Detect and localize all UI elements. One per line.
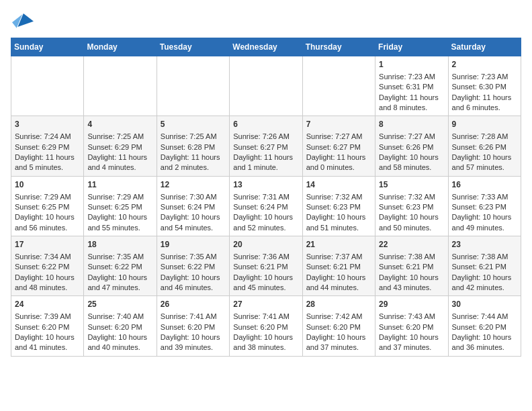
day-content: Sunset: 6:21 PM xyxy=(452,262,517,272)
calendar-cell: 19Sunrise: 7:35 AMSunset: 6:22 PMDayligh… xyxy=(157,236,229,296)
day-number: 26 xyxy=(161,299,226,310)
day-content: Sunset: 6:22 PM xyxy=(15,262,80,272)
calendar-cell: 11Sunrise: 7:29 AMSunset: 6:25 PMDayligh… xyxy=(84,176,157,236)
calendar-cell xyxy=(302,56,375,116)
svg-marker-0 xyxy=(17,13,34,27)
weekday-header: Saturday xyxy=(448,38,521,56)
day-content: Daylight: 10 hours and 56 minutes. xyxy=(15,212,80,233)
day-number: 2 xyxy=(452,59,517,71)
day-content: Sunrise: 7:43 AM xyxy=(379,312,444,322)
logo xyxy=(11,11,35,30)
day-content: Daylight: 11 hours and 2 minutes. xyxy=(161,152,226,173)
calendar-cell: 21Sunrise: 7:37 AMSunset: 6:21 PMDayligh… xyxy=(302,236,375,296)
day-content: Daylight: 11 hours and 4 minutes. xyxy=(87,152,152,173)
calendar-cell xyxy=(230,56,302,116)
day-content: Sunset: 6:28 PM xyxy=(161,142,226,152)
day-content: Sunset: 6:26 PM xyxy=(379,142,444,152)
day-number: 9 xyxy=(452,119,517,130)
day-number: 20 xyxy=(233,239,298,250)
calendar-cell: 7Sunrise: 7:27 AMSunset: 6:27 PMDaylight… xyxy=(302,116,375,176)
day-number: 1 xyxy=(379,59,444,71)
calendar-cell: 24Sunrise: 7:39 AMSunset: 6:20 PMDayligh… xyxy=(11,296,84,356)
day-number: 4 xyxy=(87,119,152,130)
day-content: Sunset: 6:21 PM xyxy=(306,262,371,272)
day-content: Daylight: 10 hours and 48 minutes. xyxy=(15,273,80,293)
day-content: Sunset: 6:22 PM xyxy=(161,262,226,272)
day-content: Daylight: 10 hours and 55 minutes. xyxy=(87,212,152,233)
day-number: 28 xyxy=(306,299,371,310)
calendar-cell: 28Sunrise: 7:42 AMSunset: 6:20 PMDayligh… xyxy=(302,296,375,356)
day-content: Sunset: 6:29 PM xyxy=(15,142,80,152)
calendar-cell: 13Sunrise: 7:31 AMSunset: 6:24 PMDayligh… xyxy=(230,176,302,236)
day-content: Sunrise: 7:25 AM xyxy=(161,132,226,142)
day-content: Sunrise: 7:35 AM xyxy=(161,252,226,262)
day-content: Daylight: 10 hours and 52 minutes. xyxy=(233,212,298,233)
day-content: Sunrise: 7:38 AM xyxy=(379,252,444,262)
day-content: Sunrise: 7:25 AM xyxy=(87,132,152,142)
day-content: Daylight: 10 hours and 37 minutes. xyxy=(306,332,371,353)
calendar-cell: 2Sunrise: 7:23 AMSunset: 6:30 PMDaylight… xyxy=(448,56,521,116)
day-content: Daylight: 10 hours and 39 minutes. xyxy=(161,332,226,353)
day-number: 24 xyxy=(15,299,80,310)
day-content: Sunrise: 7:37 AM xyxy=(306,252,371,262)
day-content: Sunrise: 7:44 AM xyxy=(452,312,517,322)
day-content: Sunset: 6:31 PM xyxy=(379,82,444,92)
day-content: Sunset: 6:20 PM xyxy=(87,322,152,332)
day-content: Daylight: 11 hours and 6 minutes. xyxy=(452,93,517,113)
day-content: Daylight: 11 hours and 8 minutes. xyxy=(379,93,444,113)
calendar-cell: 12Sunrise: 7:30 AMSunset: 6:24 PMDayligh… xyxy=(157,176,229,236)
day-content: Sunrise: 7:29 AM xyxy=(87,192,152,202)
calendar-body: 1Sunrise: 7:23 AMSunset: 6:31 PMDaylight… xyxy=(11,56,521,357)
day-number: 6 xyxy=(233,119,298,130)
day-content: Daylight: 10 hours and 46 minutes. xyxy=(161,273,226,293)
calendar-cell: 26Sunrise: 7:41 AMSunset: 6:20 PMDayligh… xyxy=(157,296,229,356)
day-content: Daylight: 10 hours and 43 minutes. xyxy=(379,273,444,293)
day-content: Sunrise: 7:32 AM xyxy=(379,192,444,202)
calendar-cell: 16Sunrise: 7:33 AMSunset: 6:23 PMDayligh… xyxy=(448,176,521,236)
day-content: Sunrise: 7:27 AM xyxy=(306,132,371,142)
day-content: Sunset: 6:20 PM xyxy=(379,322,444,332)
day-content: Sunrise: 7:23 AM xyxy=(452,72,517,82)
day-content: Daylight: 10 hours and 49 minutes. xyxy=(452,212,517,233)
calendar-cell: 5Sunrise: 7:25 AMSunset: 6:28 PMDaylight… xyxy=(157,116,229,176)
day-content: Sunrise: 7:39 AM xyxy=(15,312,80,322)
calendar-week: 17Sunrise: 7:34 AMSunset: 6:22 PMDayligh… xyxy=(11,236,521,296)
day-content: Sunset: 6:23 PM xyxy=(452,202,517,212)
calendar-cell: 6Sunrise: 7:26 AMSunset: 6:27 PMDaylight… xyxy=(230,116,302,176)
day-content: Daylight: 10 hours and 40 minutes. xyxy=(87,332,152,353)
day-content: Sunrise: 7:23 AM xyxy=(379,72,444,82)
day-content: Sunrise: 7:29 AM xyxy=(15,192,80,202)
calendar-cell: 9Sunrise: 7:28 AMSunset: 6:26 PMDaylight… xyxy=(448,116,521,176)
weekday-header: Tuesday xyxy=(157,38,229,56)
calendar-cell xyxy=(157,56,229,116)
day-number: 7 xyxy=(306,119,371,130)
calendar-week: 3Sunrise: 7:24 AMSunset: 6:29 PMDaylight… xyxy=(11,116,521,176)
day-content: Sunrise: 7:31 AM xyxy=(233,192,298,202)
calendar: SundayMondayTuesdayWednesdayThursdayFrid… xyxy=(11,38,521,357)
day-content: Sunset: 6:25 PM xyxy=(15,202,80,212)
day-content: Daylight: 10 hours and 51 minutes. xyxy=(306,212,371,233)
day-content: Daylight: 10 hours and 47 minutes. xyxy=(87,273,152,293)
day-number: 3 xyxy=(15,119,80,130)
day-content: Sunset: 6:26 PM xyxy=(452,142,517,152)
day-number: 30 xyxy=(452,299,517,310)
day-content: Daylight: 11 hours and 0 minutes. xyxy=(306,152,371,173)
calendar-cell: 8Sunrise: 7:27 AMSunset: 6:26 PMDaylight… xyxy=(375,116,448,176)
day-content: Sunrise: 7:38 AM xyxy=(452,252,517,262)
day-content: Daylight: 10 hours and 36 minutes. xyxy=(452,332,517,353)
calendar-cell: 1Sunrise: 7:23 AMSunset: 6:31 PMDaylight… xyxy=(375,56,448,116)
day-content: Daylight: 10 hours and 57 minutes. xyxy=(452,152,517,173)
day-content: Daylight: 10 hours and 45 minutes. xyxy=(233,273,298,293)
day-content: Daylight: 11 hours and 5 minutes. xyxy=(15,152,80,173)
day-content: Sunrise: 7:26 AM xyxy=(233,132,298,142)
calendar-cell: 30Sunrise: 7:44 AMSunset: 6:20 PMDayligh… xyxy=(448,296,521,356)
weekday-header: Sunday xyxy=(11,38,84,56)
day-number: 22 xyxy=(379,239,444,250)
calendar-cell: 22Sunrise: 7:38 AMSunset: 6:21 PMDayligh… xyxy=(375,236,448,296)
day-content: Sunrise: 7:35 AM xyxy=(87,252,152,262)
day-content: Sunrise: 7:34 AM xyxy=(15,252,80,262)
calendar-cell: 29Sunrise: 7:43 AMSunset: 6:20 PMDayligh… xyxy=(375,296,448,356)
day-number: 12 xyxy=(161,179,226,191)
calendar-cell: 17Sunrise: 7:34 AMSunset: 6:22 PMDayligh… xyxy=(11,236,84,296)
day-content: Daylight: 10 hours and 38 minutes. xyxy=(233,332,298,353)
